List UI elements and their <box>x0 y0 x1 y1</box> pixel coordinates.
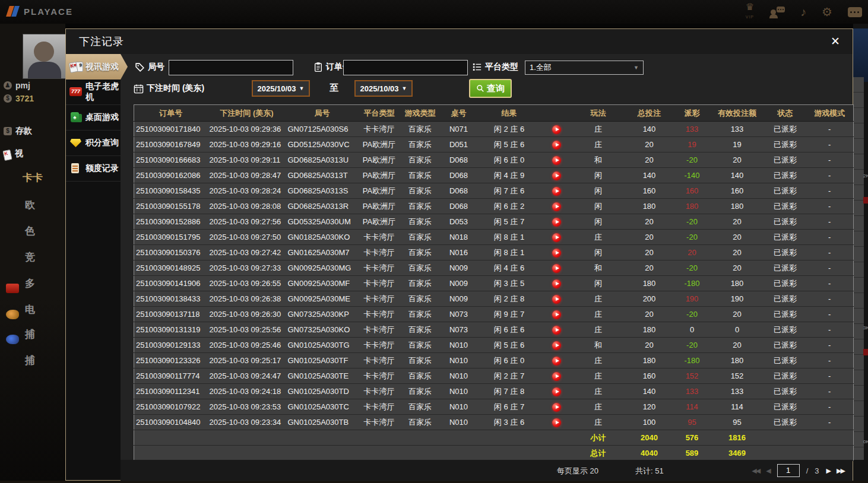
cell-bet: 100 <box>625 415 674 430</box>
order-number-input[interactable] <box>343 60 468 75</box>
cell-game-type: 百家乐 <box>400 307 441 322</box>
page-separator: / <box>806 466 809 475</box>
page-number-input[interactable]: 1 <box>777 464 800 477</box>
vip-icon[interactable]: ♛VIP <box>746 1 754 23</box>
replay-play-icon[interactable] <box>552 295 561 304</box>
cell-table-no: N073 <box>441 322 477 338</box>
close-icon[interactable]: ✕ <box>828 34 843 49</box>
cell-payout: -20 <box>674 230 710 245</box>
total-label: 总计 <box>572 446 625 461</box>
playing-cards-icon: 9K♥ <box>69 61 83 73</box>
cell-payout: 190 <box>674 291 710 307</box>
search-button[interactable]: 查询 <box>469 79 512 98</box>
cell-game-type: 百家乐 <box>400 214 441 230</box>
tab-video-games[interactable]: 9K♥ 视讯游戏 <box>66 54 128 80</box>
next-page-icon[interactable]: ▶ <box>826 467 831 475</box>
tab-table-games[interactable]: ♠ 桌面游戏 <box>66 105 121 131</box>
cell-table-no: N010 <box>441 399 477 415</box>
cell-time: 2025-10-03 09:27:56 <box>208 214 286 230</box>
cell-order: 251003090107922 <box>134 399 208 415</box>
background-deposit-label: 存款 <box>15 126 32 136</box>
replay-play-icon[interactable] <box>552 264 561 273</box>
col-table-no: 桌号 <box>441 105 477 122</box>
replay-play-icon[interactable] <box>552 341 561 350</box>
replay-play-icon[interactable] <box>552 141 561 150</box>
replay-play-icon[interactable] <box>552 187 561 196</box>
cell-replay <box>541 183 572 199</box>
cell-result: 闲 7 庄 8 <box>477 384 541 399</box>
replay-play-icon[interactable] <box>552 202 561 211</box>
support-icon[interactable] <box>769 5 785 18</box>
cell-order: 251003090155178 <box>134 199 208 214</box>
last-page-icon[interactable]: ▶▶ <box>837 467 844 475</box>
cell-table-no: D051 <box>441 137 477 152</box>
replay-play-icon[interactable] <box>552 233 561 242</box>
cell-table-no: N010 <box>441 368 477 384</box>
music-icon[interactable]: ♪ <box>800 6 806 18</box>
replay-play-icon[interactable] <box>552 403 561 412</box>
replay-play-icon[interactable] <box>552 125 561 134</box>
cell-game-type: 百家乐 <box>400 368 441 384</box>
replay-play-icon[interactable] <box>552 387 561 396</box>
cell-platform: PA欧洲厅 <box>359 168 400 183</box>
replay-play-icon[interactable] <box>552 372 561 381</box>
date-from-select[interactable]: 2025/10/03▼ <box>252 80 310 97</box>
subtotal-row: 小计 2040 576 1816 <box>134 430 854 446</box>
cell-result: 闲 6 庄 6 <box>477 322 541 338</box>
cell-game-type: 百家乐 <box>400 415 441 430</box>
replay-play-icon[interactable] <box>552 171 561 180</box>
cell-valid: 20 <box>710 307 765 322</box>
cell-order: 251003090129133 <box>134 338 208 353</box>
cell-mode: - <box>806 399 854 415</box>
date-to-select[interactable]: 2025/10/03▼ <box>354 80 413 97</box>
cell-platform: PA欧洲厅 <box>359 137 400 152</box>
cell-order: 251003090152886 <box>134 214 208 230</box>
cell-table-no: D068 <box>441 183 477 199</box>
col-mode: 游戏模式 <box>806 105 854 122</box>
tab-quota-records[interactable]: 额度记录 <box>66 156 121 182</box>
tab-slots[interactable]: 777 电子老虎机 <box>66 80 121 105</box>
tab-points-query[interactable]: 积分查询 <box>66 131 121 156</box>
replay-play-icon[interactable] <box>552 279 561 288</box>
cell-game-type: 百家乐 <box>400 168 441 183</box>
replay-play-icon[interactable] <box>552 418 561 427</box>
cell-bet: 20 <box>625 214 674 230</box>
cell-payout: -20 <box>674 307 710 322</box>
cell-table-no: N073 <box>441 307 477 322</box>
round-number-input[interactable] <box>169 60 293 75</box>
cell-status: 已派彩 <box>765 152 806 168</box>
modal-sidebar: 9K♥ 视讯游戏 777 电子老虎机 ♠ 桌面游戏 积分查询 <box>66 54 121 480</box>
cell-result: 闲 2 庄 7 <box>477 368 541 384</box>
total-count-label: 共计: 51 <box>635 466 664 476</box>
table-row: 251003090167849 2025-10-03 09:29:16 GD05… <box>134 137 854 152</box>
replay-play-icon[interactable] <box>552 310 561 319</box>
cell-payout: -20 <box>674 260 710 276</box>
cell-time: 2025-10-03 09:28:08 <box>208 199 286 214</box>
to-label: 至 <box>330 82 338 94</box>
cell-platform: 卡卡湾厅 <box>359 260 400 276</box>
background-fish2-icon <box>6 335 19 344</box>
platform-type-select[interactable]: 1.全部▼ <box>525 61 644 75</box>
cell-order: 251003090151795 <box>134 230 208 245</box>
table-row: 251003090117774 2025-10-03 09:24:47 GN01… <box>134 368 854 384</box>
replay-play-icon[interactable] <box>552 357 561 366</box>
cell-round: GN07325A030KO <box>286 322 359 338</box>
cell-round: GN00925A030MF <box>286 276 359 291</box>
cell-time: 2025-10-03 09:27:42 <box>208 245 286 260</box>
settings-gear-icon[interactable]: ⚙ <box>822 6 832 18</box>
prev-page-icon[interactable]: ◀ <box>766 467 771 475</box>
first-page-icon[interactable]: ◀◀ <box>752 467 759 475</box>
cell-round: GD06825A0313S <box>286 183 359 199</box>
chat-icon[interactable] <box>848 7 862 17</box>
cell-payout: 114 <box>674 399 710 415</box>
cell-payout: -20 <box>674 152 710 168</box>
cell-status: 已派彩 <box>765 137 806 152</box>
replay-play-icon[interactable] <box>552 218 561 227</box>
cell-platform: 卡卡湾厅 <box>359 338 400 353</box>
replay-play-icon[interactable] <box>552 249 561 258</box>
replay-play-icon[interactable] <box>552 156 561 165</box>
cell-valid: 152 <box>710 368 765 384</box>
cell-result: 闲 6 庄 2 <box>477 199 541 214</box>
replay-play-icon[interactable] <box>552 326 561 335</box>
cell-payout: 95 <box>674 415 710 430</box>
